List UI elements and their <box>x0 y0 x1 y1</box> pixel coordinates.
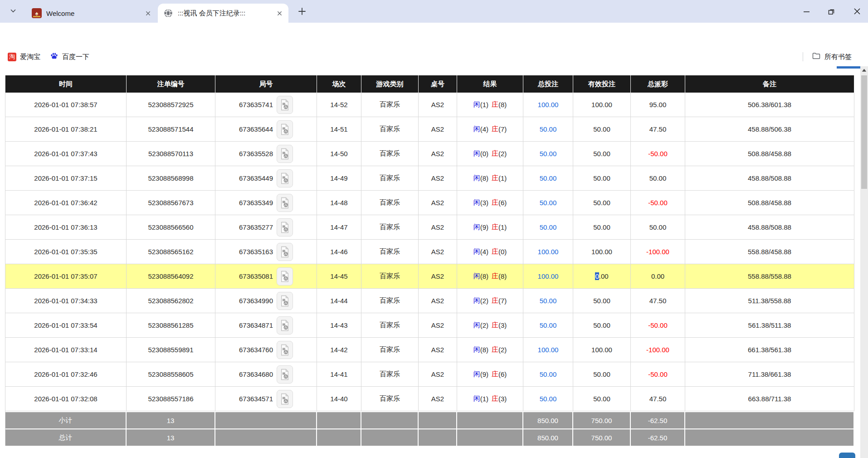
video-replay-button[interactable] <box>277 218 293 236</box>
table-row[interactable]: 2026-01-01 07:37:43523088570113673635528… <box>5 142 854 166</box>
cell-bet-id: 523088559891 <box>127 338 215 362</box>
player-score: (3) <box>480 199 488 207</box>
video-replay-button[interactable] <box>277 169 293 187</box>
cell-payout: 47.50 <box>631 387 685 411</box>
video-replay-button[interactable] <box>277 365 293 384</box>
cell-table-no: AS2 <box>419 117 457 142</box>
window-minimize-button[interactable] <box>800 5 812 17</box>
round-number: 673635081 <box>239 272 273 280</box>
banker-score: (8) <box>498 272 507 280</box>
cell-table-no: AS2 <box>419 313 457 338</box>
cell-payout: -100.00 <box>631 338 685 362</box>
total-bet-link[interactable]: 50.00 <box>523 289 573 313</box>
globe-icon <box>163 8 173 18</box>
table-row[interactable]: 2026-01-01 07:32:08523088557186673634571… <box>5 387 854 411</box>
window-close-button[interactable] <box>851 5 863 17</box>
video-replay-button[interactable] <box>277 292 293 310</box>
cell-session: 14-51 <box>317 117 361 142</box>
player-score: (8) <box>480 272 488 280</box>
cell-session: 14-45 <box>317 264 361 289</box>
total-bet-link[interactable]: 50.00 <box>523 117 573 142</box>
column-header: 总投注 <box>523 75 573 93</box>
cell-session: 14-42 <box>317 338 361 362</box>
player-score: (1) <box>480 101 488 108</box>
video-replay-button[interactable] <box>277 145 293 163</box>
all-bookmarks-button[interactable]: 所有书签 <box>812 47 852 66</box>
tab-betrecord[interactable]: :::视讯 会员下注纪录::: <box>158 4 288 23</box>
cell-note: 663.88/711.38 <box>685 387 854 411</box>
video-replay-button[interactable] <box>277 243 293 261</box>
total-bet-link[interactable]: 50.00 <box>523 362 573 387</box>
clipped-blue-button-bottom[interactable] <box>839 453 855 458</box>
tab-search-button[interactable] <box>6 6 20 18</box>
new-tab-button[interactable] <box>296 5 308 18</box>
cell-session: 14-44 <box>317 289 361 313</box>
close-icon[interactable] <box>143 9 152 18</box>
cell-note: 508.88/458.88 <box>685 191 854 215</box>
cell-session: 14-41 <box>317 362 361 387</box>
total-bet-link[interactable]: 50.00 <box>523 166 573 191</box>
cell-game-type: 百家乐 <box>361 215 419 240</box>
video-replay-button[interactable] <box>277 341 293 359</box>
footer-payout: -62.50 <box>631 428 685 446</box>
bookmark-aitaobao[interactable]: 淘 爱淘宝 <box>8 47 40 66</box>
cell-time: 2026-01-01 07:38:57 <box>5 93 127 117</box>
table-row[interactable]: 2026-01-01 07:32:46523088558605673634680… <box>5 362 854 387</box>
table-row[interactable]: 2026-01-01 07:38:21523088571544673635644… <box>5 117 854 142</box>
table-row[interactable]: 2026-01-01 07:38:57523088572925673635741… <box>5 93 854 117</box>
cell-time: 2026-01-01 07:35:35 <box>5 240 127 264</box>
window-restore-button[interactable] <box>825 5 837 17</box>
cell-bet-id: 523088571544 <box>127 117 215 142</box>
cell-session: 14-49 <box>317 166 361 191</box>
total-bet-link[interactable]: 50.00 <box>523 142 573 166</box>
cell-valid-bet: 100.00 <box>573 338 631 362</box>
cell-round: 673635644 <box>215 117 317 142</box>
total-bet-link[interactable]: 100.00 <box>523 240 573 264</box>
banker-result: 庄 <box>492 149 498 158</box>
cell-valid-bet: 50.00 <box>573 289 631 313</box>
cell-payout: -50.00 <box>631 362 685 387</box>
banker-result: 庄 <box>492 370 498 379</box>
page-scrollbar[interactable] <box>860 66 868 458</box>
cell-valid-bet: 50.00 <box>573 191 631 215</box>
cell-time: 2026-01-01 07:38:21 <box>5 117 127 142</box>
scroll-up-arrow-icon[interactable] <box>861 67 868 74</box>
round-number: 673635644 <box>239 125 273 133</box>
bookmarks-bar: 淘 爱淘宝 百度一下 所有书签 <box>0 47 868 66</box>
cell-round: 673634571 <box>215 387 317 411</box>
total-bet-link[interactable]: 50.00 <box>523 215 573 240</box>
cell-payout: -100.00 <box>631 240 685 264</box>
total-bet-link[interactable]: 100.00 <box>523 264 573 289</box>
round-number: 673634680 <box>239 370 273 378</box>
close-icon[interactable] <box>275 9 284 18</box>
clipped-blue-element-top <box>837 66 860 69</box>
total-bet-link[interactable]: 50.00 <box>523 191 573 215</box>
table-row[interactable]: 2026-01-01 07:33:54523088561285673634871… <box>5 313 854 338</box>
table-row[interactable]: 2026-01-01 07:35:35523088565162673635163… <box>5 240 854 264</box>
total-bet-link[interactable]: 100.00 <box>523 338 573 362</box>
video-replay-button[interactable] <box>277 316 293 335</box>
video-replay-button[interactable] <box>277 96 293 114</box>
tab-welcome[interactable]: ♠ Welcome <box>26 4 157 23</box>
table-row[interactable]: 2026-01-01 07:34:33523088562802673634990… <box>5 289 854 313</box>
total-bet-link[interactable]: 50.00 <box>523 387 573 411</box>
cell-note: 711.38/661.38 <box>685 362 854 387</box>
cell-game-type: 百家乐 <box>361 289 419 313</box>
table-row[interactable]: 2026-01-01 07:36:42523088567673673635349… <box>5 191 854 215</box>
cell-valid-bet: 0.00 <box>573 264 631 289</box>
scrollbar-thumb[interactable] <box>861 75 867 189</box>
cell-time: 2026-01-01 07:32:08 <box>5 387 127 411</box>
total-bet-link[interactable]: 100.00 <box>523 93 573 117</box>
table-row[interactable]: 2026-01-01 07:37:15523088568998673635449… <box>5 166 854 191</box>
table-row[interactable]: 2026-01-01 07:33:14523088559891673634760… <box>5 338 854 362</box>
subtotal-row: 小计13850.00750.00-62.50 <box>5 411 854 428</box>
video-replay-button[interactable] <box>277 194 293 212</box>
table-row[interactable]: 2026-01-01 07:36:13523088566560673635277… <box>5 215 854 240</box>
video-replay-button[interactable] <box>277 390 293 408</box>
chevron-down-icon <box>9 7 17 17</box>
video-replay-button[interactable] <box>277 267 293 286</box>
video-replay-button[interactable] <box>277 120 293 138</box>
bookmark-baidu[interactable]: 百度一下 <box>50 47 89 66</box>
table-row[interactable]: 2026-01-01 07:35:07523088564092673635081… <box>5 264 854 289</box>
total-bet-link[interactable]: 50.00 <box>523 313 573 338</box>
